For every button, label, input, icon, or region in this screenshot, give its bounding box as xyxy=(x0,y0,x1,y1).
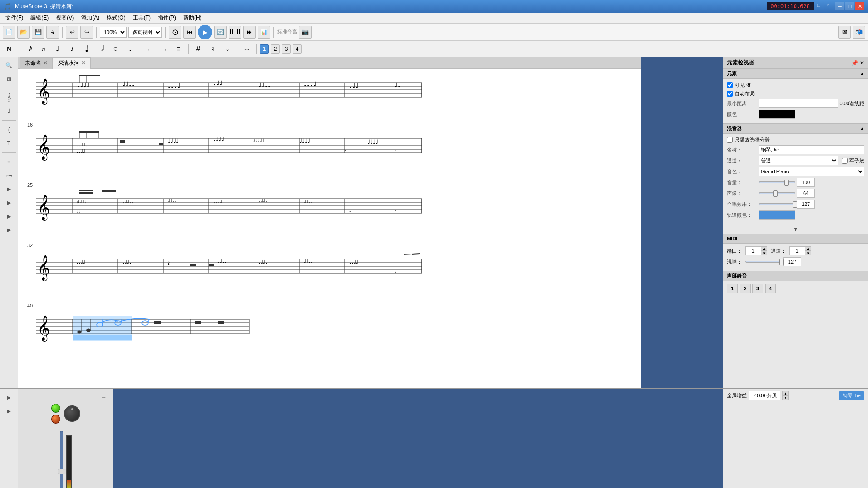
chorus-slider[interactable] xyxy=(759,203,795,205)
close-btn[interactable]: ✕ xyxy=(855,2,864,10)
mixer-section-header[interactable]: 混音器 ▲ xyxy=(723,123,868,134)
menu-edit[interactable]: 编辑(E) xyxy=(27,13,52,23)
mixer-button[interactable]: 📊 xyxy=(258,26,270,39)
mixer-collapse-icon[interactable]: ▲ xyxy=(860,126,864,131)
score-content[interactable]: 𝄞 ♩♩♩♩ ♩♩♩♩ ♩♩♩♩ ♩♩♩ ♩♩♩♩ xyxy=(18,69,641,388)
sidebar-note-icon[interactable]: ♩ xyxy=(3,105,15,117)
note-32nd[interactable]: ♬ xyxy=(37,43,49,55)
note-quarter-filled[interactable]: ♩ xyxy=(80,43,93,55)
volume-slider[interactable] xyxy=(759,181,795,183)
beam-break-right[interactable]: ¬ xyxy=(158,43,171,55)
bottom-track-label[interactable]: 钢琴, he xyxy=(839,391,864,400)
menu-format[interactable]: 格式(O) xyxy=(103,13,129,23)
tab-score-close[interactable]: ✕ xyxy=(81,60,86,66)
save-button[interactable]: 💾 xyxy=(32,26,44,39)
mail-button[interactable]: ✉ xyxy=(838,26,851,39)
bottom-arrow-2[interactable]: ▶ xyxy=(3,405,15,417)
maximize-btn[interactable]: □ xyxy=(845,2,854,10)
drum-checkbox[interactable] xyxy=(842,158,848,164)
redo-button[interactable]: ↪ xyxy=(80,26,93,39)
metronome-button[interactable]: ⊙ xyxy=(169,26,181,39)
note-dot[interactable]: . xyxy=(124,43,137,55)
volume-value[interactable] xyxy=(797,178,815,187)
sharp-button[interactable]: # xyxy=(192,43,205,55)
voice-3-button[interactable]: 3 xyxy=(282,44,291,54)
midi-channel-input[interactable] xyxy=(789,246,805,255)
chorus-value[interactable] xyxy=(797,200,815,209)
gain-input[interactable] xyxy=(749,391,780,400)
menu-add[interactable]: 添加(A) xyxy=(78,13,103,23)
midi-reverb-slider[interactable] xyxy=(745,261,781,263)
channel-type-select[interactable]: 普通 xyxy=(759,156,838,165)
tie-button[interactable]: ⌢ xyxy=(240,43,253,55)
voice-btn-1[interactable]: 1 xyxy=(727,284,738,293)
sidebar-arrow-2[interactable]: ▶ xyxy=(3,196,15,209)
track-color-box[interactable] xyxy=(759,210,795,220)
expand-arrow-icon[interactable]: ▼ xyxy=(793,225,799,233)
pan-value[interactable] xyxy=(797,189,815,198)
note-eighth[interactable]: ♪ xyxy=(66,43,78,55)
fader-track[interactable] xyxy=(60,431,63,488)
red-led[interactable] xyxy=(51,415,60,424)
sidebar-treble-icon[interactable]: 𝄞 xyxy=(3,91,15,104)
menu-plugins[interactable]: 插件(P) xyxy=(154,13,180,23)
sidebar-bracket-icon[interactable]: { xyxy=(3,123,15,136)
camera-button[interactable]: 📷 xyxy=(299,26,312,39)
loop-button[interactable]: 🔄 xyxy=(214,26,227,39)
auto-layout-checkbox[interactable] xyxy=(727,91,733,97)
midi-channel-down[interactable]: ▼ xyxy=(805,251,811,255)
note-input-button[interactable]: N xyxy=(3,43,15,55)
sidebar-arrow-3[interactable]: ▶ xyxy=(3,210,15,223)
menu-help[interactable]: 帮助(H) xyxy=(180,13,205,23)
rewind-button[interactable]: ⏮ xyxy=(183,26,196,39)
min-distance-input[interactable] xyxy=(759,99,838,108)
channel-expand-arrow[interactable]: → xyxy=(98,393,109,402)
tab-score[interactable]: 探清水河 ✕ xyxy=(53,57,91,69)
sidebar-text-icon[interactable]: T xyxy=(3,137,15,150)
voice-2-button[interactable]: 2 xyxy=(271,44,280,54)
fader-thumb[interactable] xyxy=(58,469,67,474)
sidebar-arrow-1[interactable]: ▶ xyxy=(3,183,15,195)
open-button[interactable]: 📂 xyxy=(17,26,30,39)
forward-button[interactable]: ⏭ xyxy=(243,26,256,39)
menu-view[interactable]: 视图(V) xyxy=(52,13,78,23)
new-button[interactable]: 📄 xyxy=(3,26,15,39)
color-picker[interactable] xyxy=(759,110,795,119)
name-input[interactable] xyxy=(759,145,864,154)
voice-btn-4[interactable]: 4 xyxy=(765,284,776,293)
midi-port-input[interactable] xyxy=(745,246,761,255)
minimize-btn[interactable]: ─ xyxy=(835,2,844,10)
element-section-header[interactable]: 元素 ▲ xyxy=(723,69,868,79)
tab-unnamed[interactable]: 未命名 ✕ xyxy=(20,57,53,69)
bottom-arrow-1[interactable]: ▶ xyxy=(3,391,15,404)
gain-up[interactable]: ▲ xyxy=(782,391,789,395)
zoom-select[interactable]: 100% 75% 150% xyxy=(100,27,127,38)
flat-button[interactable]: ♭ xyxy=(221,43,234,55)
visible-checkbox[interactable] xyxy=(727,82,733,88)
voice-btn-3[interactable]: 3 xyxy=(752,284,763,293)
menu-file[interactable]: 文件(F) xyxy=(2,13,27,23)
menu-tools[interactable]: 工具(T) xyxy=(129,13,154,23)
filter-checkbox[interactable] xyxy=(727,137,733,143)
beam-three[interactable]: ≡ xyxy=(172,43,185,55)
note-half[interactable]: 𝅗𝅥 xyxy=(95,43,107,55)
gain-down[interactable]: ▼ xyxy=(782,395,789,400)
pause-button[interactable]: ⏸⏸ xyxy=(229,26,241,39)
sound-select[interactable]: Grand Piano xyxy=(759,167,864,176)
sidebar-beam-icon[interactable]: ⌐¬ xyxy=(3,169,15,182)
element-collapse-icon[interactable]: ▲ xyxy=(860,71,864,76)
natural-button[interactable]: ♮ xyxy=(206,43,219,55)
midi-port-down[interactable]: ▼ xyxy=(761,251,767,255)
midi-reverb-input[interactable] xyxy=(783,257,801,266)
inspector-close-icon[interactable]: ✕ xyxy=(860,60,864,66)
score-area[interactable]: 未命名 ✕ 探清水河 ✕ 𝄞 xyxy=(18,57,641,388)
sidebar-arrow-4[interactable]: ▶ xyxy=(3,224,15,236)
undo-button[interactable]: ↩ xyxy=(66,26,78,39)
tab-unnamed-close[interactable]: ✕ xyxy=(43,60,48,66)
green-led[interactable] xyxy=(51,404,60,413)
note-64th[interactable]: 𝅘𝅥𝅯 xyxy=(22,43,35,55)
beam-break-left[interactable]: ⌐ xyxy=(143,43,156,55)
voice-btn-2[interactable]: 2 xyxy=(740,284,751,293)
note-16th[interactable]: ♩ xyxy=(51,43,64,55)
search-sidebar-icon[interactable]: 🔍 xyxy=(3,59,15,72)
